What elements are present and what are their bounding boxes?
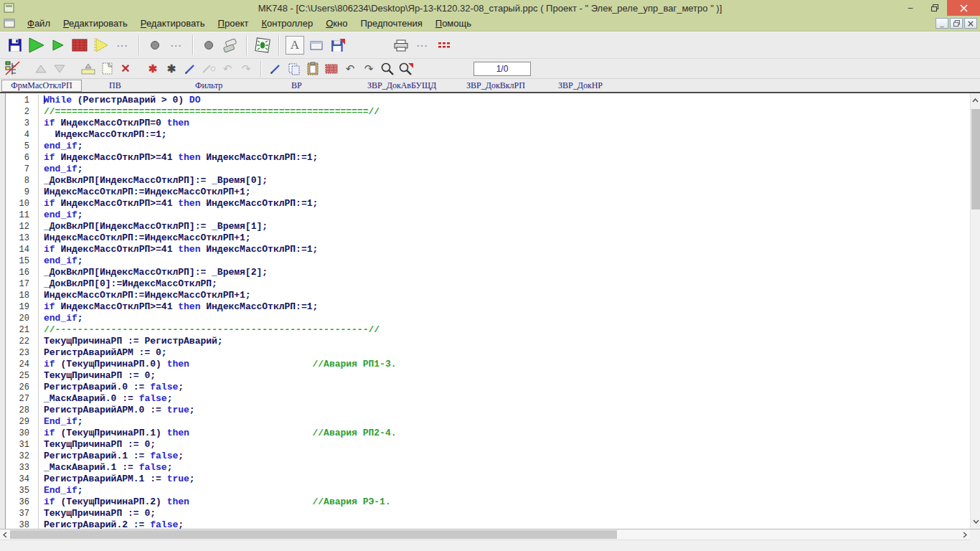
scroll-up-button[interactable] xyxy=(971,93,980,108)
mdi-restore-button[interactable] xyxy=(950,18,963,29)
code-text[interactable]: End_if; xyxy=(39,416,83,428)
redo-button-disabled[interactable]: ↷ xyxy=(238,60,254,77)
code-text[interactable]: End_if; xyxy=(39,485,83,496)
code-text[interactable]: //--------------------------------------… xyxy=(39,324,380,336)
code-text[interactable]: РегистрАварийАРМ := 0; xyxy=(39,347,167,359)
new-page-button[interactable] xyxy=(99,60,115,77)
code-text[interactable]: РегистрАварий.1 := false; xyxy=(39,451,184,462)
undo-button[interactable]: ↶ xyxy=(342,60,358,77)
run-step-button[interactable] xyxy=(49,34,67,56)
code-text[interactable]: if (ТекущПричинаРП.2) then //Авария РЭ-1… xyxy=(39,496,391,508)
mark-red-button[interactable]: ✱ xyxy=(145,60,161,77)
save-export-button[interactable] xyxy=(329,34,347,56)
code-text[interactable]: //======================================… xyxy=(39,106,380,118)
font-button[interactable]: A xyxy=(286,34,304,56)
menu-item-2[interactable]: Редактировать xyxy=(57,18,134,29)
menu-item-7[interactable]: Предпочтения xyxy=(354,18,428,29)
code-text[interactable]: ТекущПричинаРП := РегистрАварий; xyxy=(39,336,223,347)
code-text[interactable]: _МаскАварий.1 := false; xyxy=(39,462,172,474)
structure-button[interactable] xyxy=(4,60,22,77)
vertical-scroll-thumb[interactable] xyxy=(971,109,980,209)
mdi-close-button[interactable] xyxy=(964,18,977,29)
code-text[interactable]: if ИндексМассОтклРП>=41 then ИндексМассО… xyxy=(39,301,318,313)
scroll-down-button[interactable] xyxy=(971,514,980,529)
menu-item-5[interactable]: Контроллер xyxy=(255,18,319,29)
window-view-button[interactable] xyxy=(307,34,326,56)
mdi-minimize-button[interactable]: _ xyxy=(936,18,948,29)
more-options-button[interactable]: ··· xyxy=(113,34,132,56)
tab-ВР[interactable]: ВР xyxy=(287,80,306,92)
code-text[interactable]: ТекущПричинаРП := 0; xyxy=(39,439,156,451)
tab-Фильтр[interactable]: Фильтр xyxy=(191,80,227,92)
code-text[interactable]: end_if; xyxy=(39,209,83,221)
monitor-button[interactable] xyxy=(199,34,218,56)
code-text[interactable]: if ИндексМассОтклРП=0 then xyxy=(39,118,189,129)
zoom-export-button[interactable] xyxy=(398,60,414,77)
paste-button[interactable] xyxy=(305,60,321,77)
grid-button[interactable] xyxy=(435,34,453,56)
stop-button[interactable] xyxy=(70,34,89,56)
maximize-button[interactable] xyxy=(923,0,947,16)
code-text[interactable]: ИндексМассОтклРП:=1; xyxy=(39,129,167,141)
code-area[interactable]: 1While (РегистрАварий > 0) DO2//========… xyxy=(6,93,980,529)
code-text[interactable]: ИндексМассОтклРП:=ИндексМассОтклРП+1; xyxy=(39,290,251,301)
code-text[interactable]: end_if; xyxy=(39,141,83,152)
code-text[interactable]: if ИндексМассОтклРП>=41 then ИндексМассО… xyxy=(39,152,318,164)
tab-ФрмМасОтклРП[interactable]: ФрмМасОтклРП xyxy=(1,80,82,92)
tab-ЗВР_ДокНР[interactable]: ЗВР_ДокНР xyxy=(554,80,607,92)
code-text[interactable]: ТекущПричинаРП := 0; xyxy=(39,508,156,519)
undo-button-disabled[interactable]: ↶ xyxy=(220,60,235,77)
code-text[interactable]: if ИндексМассОтклРП>=41 then ИндексМассО… xyxy=(39,198,318,209)
vertical-scrollbar[interactable] xyxy=(970,93,980,529)
code-editor[interactable]: 1While (РегистрАварий > 0) DO2//========… xyxy=(0,93,980,529)
code-text[interactable]: ИндексМассОтклРП:=ИндексМассОтклРП+1; xyxy=(39,187,251,198)
code-text[interactable]: end_if; xyxy=(39,255,83,267)
print-button[interactable] xyxy=(392,34,410,56)
zoom-button[interactable] xyxy=(380,60,395,77)
code-text[interactable]: While (РегистрАварий > 0) DO xyxy=(39,95,200,106)
scroll-right-button[interactable] xyxy=(960,529,970,540)
insert-row-button[interactable] xyxy=(80,60,96,77)
erase-button[interactable] xyxy=(221,34,240,56)
code-text[interactable]: РегистрАварий.2 := false; xyxy=(39,519,184,529)
tab-ЗВР_ДокВклРП[interactable]: ЗВР_ДокВклРП xyxy=(462,80,529,92)
code-text[interactable]: end_if; xyxy=(39,313,83,324)
save-button[interactable] xyxy=(6,34,24,56)
scroll-left-button[interactable] xyxy=(0,529,10,540)
code-text[interactable]: ИндексМассОтклРП:=ИндексМассОтклРП+1; xyxy=(39,232,251,244)
copy-button[interactable] xyxy=(286,60,302,77)
close-button[interactable] xyxy=(947,0,980,16)
tab-ПВ[interactable]: ПВ xyxy=(105,80,126,92)
cut-button-disabled[interactable] xyxy=(201,60,217,77)
menu-item-6[interactable]: Окно xyxy=(319,18,354,29)
redo-button[interactable]: ↷ xyxy=(361,60,377,77)
horizontal-scrollbar[interactable] xyxy=(0,529,980,540)
menu-item-8[interactable]: Помощь xyxy=(429,18,478,29)
print-options-button[interactable]: ··· xyxy=(413,34,432,56)
code-text[interactable]: _МаскАварий.0 := false; xyxy=(39,393,172,405)
menu-item-1[interactable]: Файл xyxy=(21,18,57,29)
menu-item-4[interactable]: Проект xyxy=(212,18,255,29)
code-text[interactable]: _ДокВклРП[0]:=ИндексМассОтклРП; xyxy=(39,278,217,290)
mark-black-button[interactable]: ✱ xyxy=(164,60,179,77)
delete-page-button[interactable]: ✕ xyxy=(118,60,133,77)
code-text[interactable]: РегистрАварийАРМ.1 := true; xyxy=(39,474,195,485)
breakpoint-button[interactable] xyxy=(146,34,164,56)
edit-pencil-button[interactable] xyxy=(182,60,198,77)
tab-ЗВР_ДокАвБУЩД[interactable]: ЗВР_ДокАвБУЩД xyxy=(363,80,440,92)
menu-item-3[interactable]: Редактировать xyxy=(134,18,212,29)
debug-button[interactable] xyxy=(253,34,272,56)
code-text[interactable]: _ДокВклРП[ИндексМассОтклРП]:= _Время[2]; xyxy=(39,267,268,278)
code-text[interactable]: if ИндексМассОтклРП>=41 then ИндексМассО… xyxy=(39,244,318,255)
delete-block-button[interactable] xyxy=(324,60,339,77)
draw-pencil-button[interactable] xyxy=(268,60,283,77)
horizontal-scroll-thumb[interactable] xyxy=(10,530,617,539)
code-text[interactable]: end_if; xyxy=(39,164,83,175)
move-up-button[interactable] xyxy=(33,60,49,77)
run-yellow-button[interactable] xyxy=(92,34,110,56)
code-text[interactable]: РегистрАварий.0 := false; xyxy=(39,382,184,393)
code-text[interactable]: ТекущПричинаРП := 0; xyxy=(39,370,156,382)
move-down-button[interactable] xyxy=(52,60,67,77)
minimize-button[interactable]: – xyxy=(898,0,923,16)
breakpoint-options-button[interactable]: ··· xyxy=(167,34,186,56)
